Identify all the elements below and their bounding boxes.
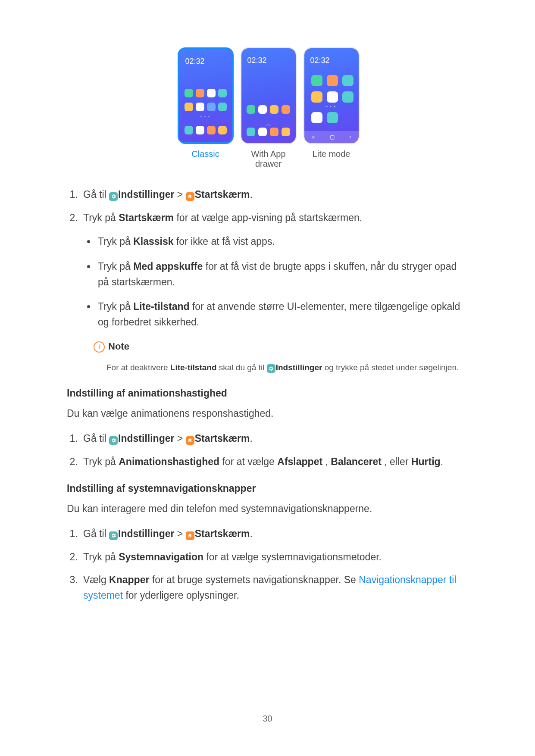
info-icon: i: [94, 341, 105, 353]
homescreen-options: Tryk på Klassisk for ikke at få vist app…: [83, 234, 470, 330]
caption-lite: Lite mode: [303, 149, 360, 169]
page-content: 02:32 • • • 02:32 ︿ 02:32: [67, 0, 470, 616]
step-animation-speed: Tryk på Animationshastighed for at vælge…: [81, 454, 470, 470]
option-app-drawer: Tryk på Med appskuffe for at få vist de …: [96, 259, 470, 290]
section2-steps: Gå til Indstillinger > Startskærm. Tryk …: [67, 431, 470, 469]
phone-clock: 02:32: [241, 48, 296, 65]
icon-row: [185, 89, 227, 97]
section1-steps: Gå til Indstillinger > Startskærm. Tryk …: [67, 187, 470, 375]
phone-clock: 02:32: [179, 49, 232, 66]
phone-lite-mode: 02:32 • • • ≡ ▢ ‹: [303, 47, 360, 144]
home-icon: [186, 531, 194, 540]
dock-row: [185, 126, 227, 134]
caption-classic: Classic: [178, 149, 234, 169]
phone-classic: 02:32 • • •: [178, 47, 234, 144]
heading-animation-speed: Indstilling af animationshastighed: [67, 387, 470, 399]
icon-row: [185, 103, 227, 111]
dock-row: [247, 128, 291, 136]
intro-animation-speed: Du kan vælge animationens responshastigh…: [67, 406, 470, 421]
step-go-to-settings: Gå til Indstillinger > Startskærm.: [81, 431, 470, 447]
settings-icon: [109, 192, 118, 201]
option-classic: Tryk på Klassisk for ikke at få vist app…: [96, 234, 470, 250]
menu-icon: ≡: [312, 134, 315, 140]
home-icon: [186, 192, 194, 201]
section3-steps: Gå til Indstillinger > Startskærm. Tryk …: [67, 526, 470, 603]
step-choose-homescreen: Tryk på Startskærm for at vælge app-visn…: [81, 210, 470, 375]
step-go-to-settings: Gå til Indstillinger > Startskærm.: [81, 187, 470, 203]
icon-row: [311, 91, 352, 103]
icon-row: [311, 112, 352, 123]
step-go-to-settings: Gå til Indstillinger > Startskærm.: [81, 526, 470, 542]
settings-icon: [267, 364, 275, 373]
note-body: For at deaktivere Lite-tilstand skal du …: [106, 360, 470, 375]
intro-nav-buttons: Du kan interagere med din telefon med sy…: [67, 501, 470, 516]
back-icon: ‹: [349, 134, 351, 140]
page-number: 30: [0, 714, 535, 724]
note-block: i Note For at deaktivere Lite-tilstand s…: [94, 339, 470, 374]
page-dots-icon: • • •: [179, 115, 232, 119]
phone-with-app-drawer: 02:32 ︿: [241, 47, 297, 144]
home-icon: [186, 436, 194, 445]
heading-nav-buttons: Indstilling af systemnavigationsknapper: [67, 483, 470, 494]
homescreen-mode-illustration: 02:32 • • • 02:32 ︿ 02:32: [67, 47, 470, 144]
home-icon: ▢: [330, 134, 335, 140]
lite-navbar: ≡ ▢ ‹: [304, 131, 359, 143]
step-system-navigation: Tryk på Systemnavigation for at vælge sy…: [81, 550, 470, 565]
icon-row: [247, 105, 291, 114]
phone-clock: 02:32: [304, 48, 359, 65]
settings-icon: [109, 531, 118, 540]
option-lite-mode: Tryk på Lite-tilstand for at anvende stø…: [96, 299, 470, 330]
settings-icon: [109, 436, 118, 445]
step-select-buttons: Vælg Knapper for at bruge systemets navi…: [81, 572, 470, 603]
illustration-captions: Classic With App drawer Lite mode: [67, 149, 470, 169]
chevron-up-icon: ︿: [241, 121, 296, 128]
note-heading: i Note: [94, 339, 470, 354]
caption-drawer: With App drawer: [241, 149, 297, 169]
page-dots-icon: • • •: [304, 104, 359, 108]
icon-row: [311, 75, 352, 86]
